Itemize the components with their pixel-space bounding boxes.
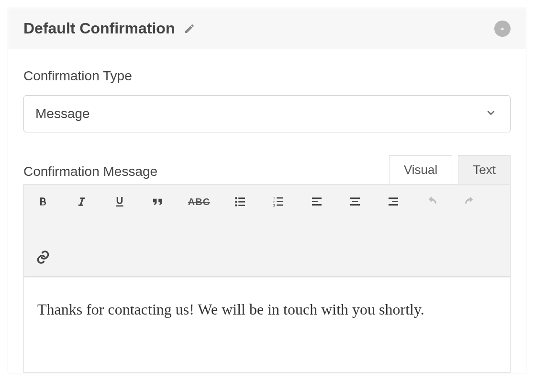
confirmation-message-section: Confirmation Message Visual Text — [23, 155, 511, 373]
bold-button[interactable] — [33, 191, 54, 212]
confirmation-panel: Default Confirmation Confirmation Type C… — [8, 8, 526, 373]
tab-text[interactable]: Text — [458, 155, 511, 184]
svg-rect-18 — [389, 197, 398, 199]
svg-rect-9 — [277, 201, 283, 202]
svg-rect-15 — [350, 197, 360, 199]
svg-rect-5 — [238, 205, 245, 206]
editor-tabs: Visual Text — [389, 155, 511, 184]
svg-rect-7 — [277, 197, 283, 199]
align-center-button[interactable] — [345, 191, 366, 212]
numbered-list-button[interactable]: 123 — [268, 191, 289, 212]
rich-text-editor: ABC 123 — [23, 184, 511, 373]
tab-visual[interactable]: Visual — [389, 155, 452, 184]
pencil-icon[interactable] — [183, 22, 196, 35]
italic-button[interactable] — [71, 191, 92, 212]
panel-title: Default Confirmation — [23, 20, 175, 37]
svg-rect-11 — [277, 205, 283, 206]
bulleted-list-button[interactable] — [230, 191, 251, 212]
panel-header: Default Confirmation — [8, 8, 526, 49]
confirmation-type-label: Confirmation Type — [23, 68, 511, 84]
strikethrough-button[interactable]: ABC — [186, 191, 212, 212]
editor-content-area[interactable]: Thanks for contacting us! We will be in … — [24, 277, 510, 372]
underline-button[interactable] — [109, 191, 130, 212]
svg-point-2 — [235, 201, 237, 203]
align-left-button[interactable] — [306, 191, 327, 212]
svg-rect-17 — [350, 204, 360, 206]
svg-rect-13 — [312, 201, 318, 202]
svg-rect-16 — [352, 201, 358, 202]
collapse-panel-button[interactable] — [494, 21, 511, 37]
editor-toolbar: ABC 123 — [24, 185, 510, 277]
svg-rect-19 — [392, 201, 399, 202]
link-button[interactable] — [33, 247, 54, 268]
panel-body: Confirmation Type Confirmation Message V… — [8, 49, 526, 373]
svg-point-4 — [235, 204, 237, 207]
svg-rect-12 — [312, 197, 322, 199]
svg-point-0 — [235, 197, 237, 199]
svg-rect-1 — [238, 197, 245, 199]
blockquote-button[interactable] — [147, 191, 168, 212]
undo-button[interactable] — [421, 191, 442, 212]
align-right-button[interactable] — [383, 191, 404, 212]
svg-rect-3 — [238, 201, 245, 203]
redo-button[interactable] — [459, 191, 480, 212]
confirmation-type-select[interactable] — [23, 95, 511, 132]
confirmation-message-label: Confirmation Message — [23, 164, 157, 179]
svg-rect-14 — [312, 204, 322, 206]
svg-rect-20 — [389, 204, 398, 206]
editor-content-text: Thanks for contacting us! We will be in … — [37, 296, 497, 324]
confirmation-type-value[interactable] — [24, 96, 510, 132]
svg-text:3: 3 — [273, 203, 275, 207]
